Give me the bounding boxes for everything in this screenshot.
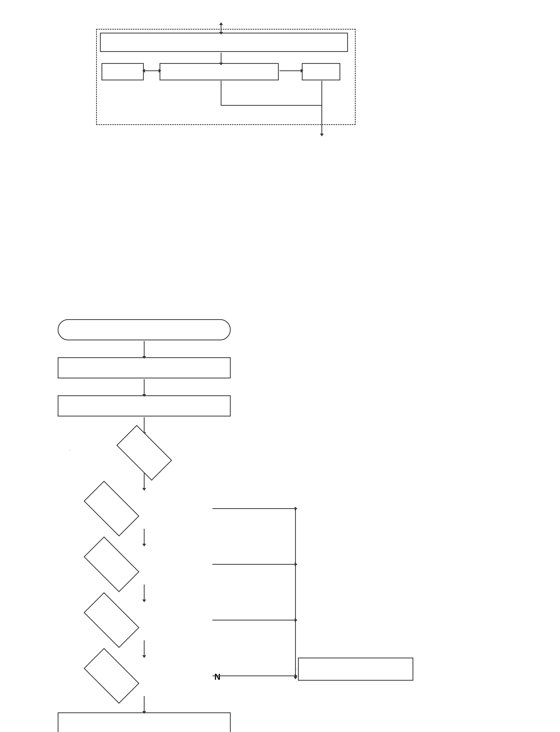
enough-repetitions-diamond xyxy=(77,434,211,472)
capture-image-box xyxy=(58,357,231,378)
switch-down-line xyxy=(321,81,322,105)
arrow-banding-profile xyxy=(144,585,145,600)
profile-skew-diamond xyxy=(77,601,211,639)
bottom-horiz-line xyxy=(221,105,322,106)
arrow-dup-banding xyxy=(144,529,145,544)
profile-to-report-arrow xyxy=(212,620,295,620)
banding-exist-diamond xyxy=(77,545,211,584)
arrow-feature-enough xyxy=(144,417,145,433)
dup-to-report-arrow xyxy=(212,508,295,509)
dsp-switch-arrow xyxy=(280,70,301,71)
mem-dsp-arrow xyxy=(145,70,159,71)
arrow-flat-template xyxy=(144,696,145,711)
right-connector-end xyxy=(295,676,296,677)
flat-mode-diamond xyxy=(77,657,211,695)
switch-box xyxy=(302,63,340,80)
duplicate-features-diamond xyxy=(77,489,211,528)
arrow-acquire-capture xyxy=(144,341,145,356)
template-creation-box xyxy=(58,712,231,732)
memory-box xyxy=(102,63,144,80)
bus-to-dsp-arrow xyxy=(221,53,221,63)
to-biometric-arrow xyxy=(321,105,322,134)
banding-to-report-arrow xyxy=(212,564,295,565)
right-to-report-horiz xyxy=(295,669,296,669)
flat-to-report-arrow xyxy=(212,675,295,676)
arrow-capture-feature xyxy=(144,379,145,395)
dsp-imagedata-line xyxy=(221,81,221,106)
label-n-flat: N xyxy=(214,672,221,682)
acquire-fingerprint-box xyxy=(58,319,231,340)
arrow-profile-flat xyxy=(144,640,145,656)
dsp-box xyxy=(160,63,279,80)
report-failure-box xyxy=(298,658,413,681)
right-connector-line xyxy=(295,509,296,677)
arrow-enough-duplicate xyxy=(144,473,145,488)
feature-extraction-box xyxy=(58,395,231,416)
